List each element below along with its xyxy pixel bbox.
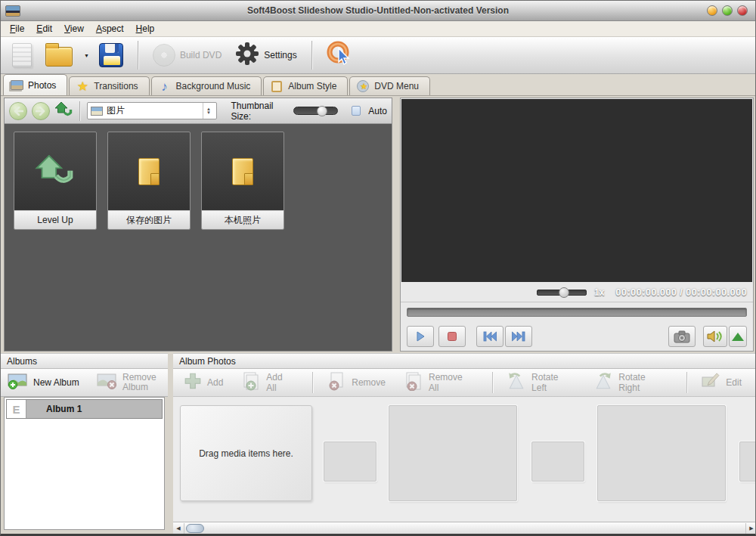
file-item-folder-2[interactable]: 本机照片 xyxy=(201,132,284,230)
open-dropdown-arrow-icon[interactable]: ▼ xyxy=(84,53,89,58)
time-display: 00:00:00.000 / 00:00:00.000 xyxy=(615,287,747,298)
settings-button[interactable]: Settings xyxy=(231,39,300,71)
album-photos-header: Album Photos xyxy=(173,353,756,369)
panel-splitter[interactable] xyxy=(168,353,173,534)
scroll-left-icon[interactable]: ◀ xyxy=(173,523,184,534)
add-all-button[interactable]: Add All xyxy=(238,370,302,395)
photos-icon xyxy=(10,79,23,91)
album-photos-toolbar: Add Add All Remove Remove All xyxy=(173,369,756,397)
level-up-arrow-icon xyxy=(14,132,96,210)
next-button[interactable] xyxy=(505,326,532,347)
forward-arrow-icon xyxy=(32,102,50,120)
close-button[interactable] xyxy=(737,5,748,16)
stop-button[interactable] xyxy=(438,326,466,347)
auto-label: Auto xyxy=(368,106,387,116)
edit-pencil-icon xyxy=(701,372,720,393)
add-button[interactable]: Add xyxy=(181,370,231,395)
main-toolbar: ▼ Build DVD Se xyxy=(1,37,755,74)
build-dvd-button[interactable]: Build DVD xyxy=(149,42,225,69)
toolbar-separator xyxy=(138,41,138,70)
play-button[interactable] xyxy=(407,326,434,347)
play-icon xyxy=(414,330,426,342)
remove-button[interactable]: Remove xyxy=(324,370,393,395)
tab-background-music[interactable]: ♪ Background Music xyxy=(151,76,262,95)
save-project-button[interactable] xyxy=(95,41,127,70)
file-item-level-up[interactable]: Level Up xyxy=(14,132,97,230)
albums-panel: Albums New Album xyxy=(1,353,168,534)
speed-slider-thumb[interactable] xyxy=(559,287,569,298)
forward-button[interactable] xyxy=(32,101,50,121)
tab-photos[interactable]: Photos xyxy=(3,74,67,95)
edit-button[interactable]: Edit xyxy=(698,370,749,395)
placeholder-thumbnail xyxy=(597,405,726,501)
location-combobox[interactable]: 图片 ▲ ▼ xyxy=(87,102,218,119)
horizontal-scrollbar[interactable]: ◀ ▶ xyxy=(173,522,756,534)
remove-all-pages-icon xyxy=(404,371,423,394)
back-button[interactable] xyxy=(9,101,27,121)
volume-triangle-icon xyxy=(732,333,744,341)
minimize-button[interactable] xyxy=(707,5,717,16)
new-album-button[interactable]: New Album xyxy=(4,370,82,395)
drop-target[interactable]: Drag media items here. xyxy=(180,405,312,501)
albums-list: E Album 1 xyxy=(4,397,165,530)
window-controls xyxy=(707,5,755,16)
star-icon: ★ xyxy=(76,80,89,92)
speed-value: 1x xyxy=(594,287,604,298)
menu-aspect[interactable]: Aspect xyxy=(90,22,130,36)
video-display xyxy=(401,99,752,282)
dvd-disc-star-icon: ★ xyxy=(356,80,370,92)
rotate-left-icon xyxy=(507,371,526,394)
menu-help[interactable]: Help xyxy=(130,22,161,36)
thumbnail-size-slider[interactable] xyxy=(293,107,338,115)
file-browser-panel: 图片 ▲ ▼ Thumbnail Size: Auto xyxy=(4,98,392,352)
combobox-spinner[interactable]: ▲ ▼ xyxy=(203,103,213,119)
rotate-left-button[interactable]: Rotate Left xyxy=(503,370,583,395)
title-bar[interactable]: Soft4Boost Slideshow Studio-Untitled-Non… xyxy=(1,1,755,21)
tab-album-style[interactable]: Album Style xyxy=(263,76,348,95)
window-title: Soft4Boost Slideshow Studio-Untitled-Non… xyxy=(1,5,755,16)
menu-bar: File Edit View Aspect Help xyxy=(1,21,755,37)
mute-button[interactable] xyxy=(703,326,727,347)
menu-file[interactable]: File xyxy=(4,22,30,36)
previous-button[interactable] xyxy=(476,326,503,347)
album-list-item[interactable]: E Album 1 xyxy=(6,399,163,419)
stop-icon xyxy=(446,330,458,342)
help-button[interactable] xyxy=(323,39,356,72)
level-up-button[interactable] xyxy=(54,101,73,121)
skip-end-icon xyxy=(511,331,526,342)
preview-extra-buttons xyxy=(668,326,747,347)
speed-slider[interactable] xyxy=(537,290,587,296)
nav-separator xyxy=(79,101,80,121)
album-type-icon: E xyxy=(7,400,26,418)
folder-icon xyxy=(202,132,284,210)
clipboard-icon xyxy=(270,80,284,92)
tab-transitions[interactable]: ★ Transitions xyxy=(69,76,149,95)
open-project-button[interactable] xyxy=(42,42,76,69)
toolbar-separator xyxy=(686,372,687,393)
menu-edit[interactable]: Edit xyxy=(30,22,58,36)
tab-dvd-menu[interactable]: ★ DVD Menu xyxy=(349,76,430,95)
back-arrow-icon xyxy=(9,102,27,120)
new-project-button[interactable] xyxy=(8,41,36,70)
top-section: 图片 ▲ ▼ Thumbnail Size: Auto xyxy=(1,96,756,353)
filmstrip: Drag media items here. xyxy=(173,397,756,522)
volume-popup-button[interactable] xyxy=(729,326,747,347)
file-item-folder-1[interactable]: 保存的图片 xyxy=(107,132,191,230)
scroll-right-icon[interactable]: ▶ xyxy=(745,523,756,534)
placeholder-thumbnail xyxy=(739,442,756,482)
remove-album-button[interactable]: Remove Album xyxy=(93,370,165,395)
auto-checkbox[interactable] xyxy=(352,106,361,116)
rotate-right-button[interactable]: Rotate Right xyxy=(590,370,676,395)
bottom-section: Albums New Album xyxy=(1,353,756,534)
album-photos-panel: Album Photos Add Add All Remove Remov xyxy=(173,353,756,534)
menu-view[interactable]: View xyxy=(58,22,90,36)
maximize-button[interactable] xyxy=(722,5,733,16)
slider-thumb[interactable] xyxy=(317,106,327,116)
remove-all-button[interactable]: Remove All xyxy=(401,370,482,395)
spinner-down-icon: ▼ xyxy=(206,111,211,115)
scrollbar-thumb[interactable] xyxy=(186,524,204,533)
seek-bar[interactable] xyxy=(407,308,747,317)
snapshot-button[interactable] xyxy=(668,326,696,347)
rotate-right-icon xyxy=(593,371,613,394)
new-document-icon xyxy=(12,43,32,67)
